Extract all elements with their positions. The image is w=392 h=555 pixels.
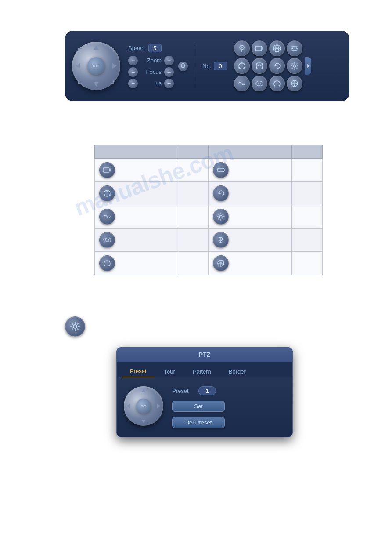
- set-button-row: Set: [172, 401, 285, 412]
- svg-marker-44: [108, 239, 109, 241]
- svg-marker-40: [219, 192, 221, 194]
- zoom-increase-button[interactable]: +: [164, 56, 174, 65]
- no-label: No.: [202, 63, 211, 69]
- tab-preset[interactable]: Preset: [122, 366, 155, 377]
- table-cell-icon2: [209, 205, 292, 229]
- table-border-icon-button[interactable]: [99, 232, 115, 248]
- camera-menu-button[interactable]: [252, 40, 267, 56]
- table-cell-icon2: [209, 229, 292, 252]
- table-flip-icon-button[interactable]: [213, 162, 229, 178]
- ptz-zoom-focus-controls: Speed 5 − Zoom + − Focus + − Iris +: [128, 44, 174, 88]
- mouse-icon-button[interactable]: [178, 62, 188, 71]
- svg-point-39: [104, 194, 105, 196]
- dialog-dpad-right: [157, 404, 161, 408]
- table-light-icon-button[interactable]: [213, 232, 229, 248]
- tour-button[interactable]: [234, 58, 250, 74]
- table-row: [95, 159, 323, 182]
- table-cell-desc2: [292, 229, 323, 252]
- scan-button[interactable]: [252, 58, 267, 74]
- goto-preset-button[interactable]: [252, 76, 267, 91]
- dpad-ul-arrow: [78, 48, 82, 51]
- table-cell-icon: [95, 159, 178, 182]
- light-button[interactable]: [234, 40, 250, 56]
- table-cell-icon2: [209, 159, 292, 182]
- iris-row: − Iris +: [128, 79, 174, 88]
- speed-label: Speed: [128, 45, 145, 51]
- network-button[interactable]: [269, 40, 285, 56]
- ptz-icon-grid: [234, 40, 302, 91]
- table-cell-desc1: [178, 229, 209, 252]
- dpad-ur-arrow: [111, 48, 114, 51]
- table-row: [95, 252, 323, 275]
- svg-marker-24: [258, 83, 259, 84]
- table-pattern-icon-button[interactable]: [99, 209, 115, 225]
- focus-label: Focus: [140, 69, 162, 75]
- table-header-desc1: [178, 145, 209, 159]
- focus-decrease-button[interactable]: −: [128, 67, 138, 77]
- focus-row: − Focus +: [128, 67, 174, 77]
- gear-section: [65, 316, 87, 338]
- table-row: [95, 229, 323, 252]
- ptz-dialog: PTZ Preset Tour Pattern Border SIT Prese…: [116, 347, 293, 437]
- speed-row: Speed 5: [128, 44, 174, 52]
- dialog-dpad-center-button[interactable]: SIT: [136, 399, 151, 414]
- tab-pattern[interactable]: Pattern: [185, 366, 219, 377]
- svg-point-28: [293, 82, 296, 85]
- table-tour-icon-button[interactable]: [99, 185, 115, 201]
- svg-marker-15: [292, 47, 293, 49]
- tab-border[interactable]: Border: [221, 366, 254, 377]
- set-preset-button[interactable]: Set: [172, 401, 225, 412]
- table-goto-icon-button[interactable]: [99, 255, 115, 271]
- settings-button[interactable]: [287, 58, 302, 74]
- flip-h-button[interactable]: [287, 40, 302, 56]
- table-cell-desc2: [292, 182, 323, 205]
- border-button[interactable]: [287, 76, 302, 91]
- svg-rect-7: [255, 46, 262, 51]
- zoom-decrease-button[interactable]: −: [128, 56, 138, 65]
- svg-point-18: [241, 62, 243, 64]
- pattern-button[interactable]: [234, 76, 250, 91]
- table-row: [95, 182, 323, 205]
- table-row: [95, 205, 323, 229]
- tab-tour[interactable]: Tour: [156, 366, 183, 377]
- svg-point-38: [109, 194, 111, 196]
- preset-button[interactable]: [269, 76, 285, 91]
- table-undo-icon-button[interactable]: [213, 185, 229, 201]
- table-cell-icon: [95, 182, 178, 205]
- table-header-icon1: [95, 145, 178, 159]
- svg-point-52: [73, 325, 77, 328]
- zoom-label: Zoom: [140, 57, 162, 64]
- table-camera2-icon-button[interactable]: [213, 255, 229, 271]
- dialog-dpad-left: [126, 404, 130, 408]
- icon-reference-table: [94, 145, 323, 275]
- iris-decrease-button[interactable]: −: [128, 79, 138, 88]
- gear-large-button[interactable]: [65, 316, 85, 337]
- svg-marker-35: [222, 169, 223, 171]
- table-cell-desc1: [178, 159, 209, 182]
- iris-label: Iris: [140, 80, 162, 87]
- iris-increase-button[interactable]: +: [164, 79, 174, 88]
- table-gear-icon-button[interactable]: [213, 209, 229, 225]
- dpad-center-button[interactable]: SIT: [87, 57, 105, 75]
- focus-increase-button[interactable]: +: [164, 67, 174, 77]
- directional-pad[interactable]: SIT: [72, 42, 120, 90]
- dialog-directional-pad[interactable]: SIT: [124, 386, 163, 426]
- zoom-row: − Zoom +: [128, 56, 174, 65]
- del-preset-button[interactable]: Del Preset: [172, 417, 225, 428]
- ptz-separator: [195, 44, 195, 88]
- table-header-desc2: [292, 145, 323, 159]
- dpad-up-arrow: [94, 45, 99, 50]
- dpad-dr-arrow: [111, 80, 114, 84]
- table-cell-icon: [95, 252, 178, 275]
- svg-marker-21: [275, 64, 277, 66]
- table-camera-icon-button[interactable]: [99, 162, 115, 178]
- undo-button[interactable]: [269, 58, 285, 74]
- table-cell-desc2: [292, 205, 323, 229]
- preset-label: Preset: [172, 388, 194, 394]
- ptz-collapse-tab[interactable]: [305, 57, 311, 75]
- mouse-icon-wrap: [178, 62, 188, 71]
- table-cell-desc2: [292, 159, 323, 182]
- svg-rect-42: [104, 238, 111, 242]
- dpad-right-arrow: [112, 63, 117, 69]
- del-preset-button-row: Del Preset: [172, 417, 285, 428]
